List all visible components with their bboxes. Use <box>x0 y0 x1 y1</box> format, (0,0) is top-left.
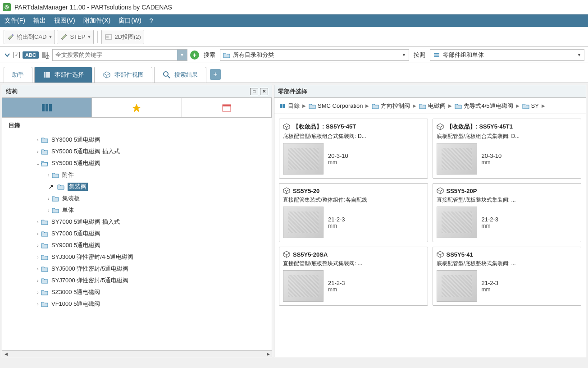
part-card[interactable]: 【收敛品】: SS5Y5-45T底板配管型/底板组合式集装阀: D...20-3… <box>279 119 428 179</box>
chevron-right-icon[interactable]: › <box>46 196 52 201</box>
panel-close-icon[interactable]: ✕ <box>260 88 268 95</box>
card-unit: mm <box>328 286 345 293</box>
export-step-button[interactable]: STEP ▼ <box>57 30 94 44</box>
star-icon <box>131 103 142 113</box>
tree-item[interactable]: ⌄SY5000 5通电磁阀 <box>2 157 268 169</box>
card-date: 21-2-3 <box>328 216 345 223</box>
subtab-history[interactable] <box>182 98 272 117</box>
tree-item[interactable]: ›附件 <box>2 169 268 181</box>
menu-help[interactable]: ? <box>150 17 153 24</box>
tree-item[interactable]: ↖集装阀 <box>2 181 268 193</box>
tree-item[interactable]: ›SY9000 5通电磁阀 <box>2 239 268 251</box>
chevron-right-icon[interactable]: › <box>46 173 52 178</box>
chevron-right-icon[interactable]: › <box>35 220 41 225</box>
folder-icon <box>309 103 316 109</box>
tree-item[interactable]: ›VF1000 5通电磁阀 <box>2 298 268 310</box>
menu-file[interactable]: 文件(F) <box>5 17 25 25</box>
breadcrumb-item[interactable]: SMC Corporation <box>307 102 365 109</box>
chevron-right-icon[interactable]: › <box>35 243 41 248</box>
chevron-right-icon[interactable]: › <box>35 278 41 283</box>
part-thumbnail <box>283 143 324 175</box>
search-dropdown-icon[interactable]: ▼ <box>177 50 187 60</box>
svg-point-15 <box>164 72 168 76</box>
tree-item[interactable]: ›SZ3000 5通电磁阀 <box>2 286 268 298</box>
chevron-right-icon[interactable]: › <box>35 138 41 143</box>
chevron-right-icon[interactable]: › <box>35 267 41 271</box>
fulltext-search-input[interactable]: ▼ <box>52 49 187 61</box>
caret-down-icon: ▼ <box>399 53 406 57</box>
folder-icon <box>522 103 529 109</box>
tab-part-select[interactable]: 零部件选择 <box>34 67 92 83</box>
card-unit: mm <box>328 159 348 166</box>
svg-rect-21 <box>223 105 231 106</box>
subtab-catalogs[interactable] <box>2 98 92 117</box>
svg-rect-18 <box>46 104 48 111</box>
catalog-tree[interactable]: ›SY3000 5通电磁阀›SY5000 5通电磁阀 插入式⌄SY5000 5通… <box>2 133 272 350</box>
panel-maximize-icon[interactable]: □ <box>250 88 258 95</box>
chevron-right-icon[interactable]: › <box>35 302 41 307</box>
tab-search-results[interactable]: 搜索结果 <box>154 67 206 83</box>
tab-add-button[interactable]: + <box>210 69 221 80</box>
export-to-cad-button[interactable]: 输出到CAD ▼ <box>4 30 55 44</box>
chevron-right-icon[interactable]: › <box>35 255 41 260</box>
chevron-down-icon[interactable]: ⌄ <box>35 161 41 166</box>
expand-search-icon[interactable] <box>4 51 11 59</box>
abc-button[interactable]: ABC <box>23 51 39 59</box>
part-card[interactable]: SS5Y5-20直接配管集装式/整体组件:各自配线21-2-3mm <box>279 183 428 242</box>
tree-item[interactable]: ›单体 <box>2 204 268 216</box>
cube-icon <box>283 251 290 258</box>
search-by-dropdown[interactable]: 零部件组和单体 ▼ <box>430 49 584 61</box>
folder-icon <box>41 137 49 143</box>
tree-item[interactable]: ›SYJ5000 弹性密封/5通电磁阀 <box>2 263 268 275</box>
2d-projection-button[interactable]: 2D投图(2) <box>101 30 144 44</box>
horizontal-scrollbar[interactable]: ◀ ▶ <box>2 350 272 357</box>
scroll-left-icon[interactable]: ◀ <box>2 351 9 357</box>
tree-item[interactable]: ›SY7000 5通电磁阀 <box>2 228 268 239</box>
tab-assistant[interactable]: 助手 <box>4 67 32 83</box>
svg-rect-19 <box>49 104 52 111</box>
tree-item[interactable]: ›SYJ7000 弹性密封/5通电磁阀 <box>2 275 268 286</box>
part-card[interactable]: SS5Y5-20P直接配管型/底板整块式集装阀: ...21-2-3mm <box>433 183 582 242</box>
cube-icon <box>437 251 444 258</box>
add-search-icon[interactable]: + <box>190 51 199 60</box>
menu-view[interactable]: 视图(V) <box>54 17 75 25</box>
chevron-right-icon[interactable]: › <box>46 208 52 213</box>
svg-point-0 <box>12 34 14 36</box>
breadcrumb-item[interactable]: 目錄 <box>277 102 301 110</box>
chevron-right-icon[interactable]: › <box>35 290 41 295</box>
chevron-right-icon: ▶ <box>302 103 306 108</box>
menu-output[interactable]: 输出 <box>33 17 46 25</box>
breadcrumb-item[interactable]: 方向控制阀 <box>370 102 412 110</box>
menu-addons[interactable]: 附加件(X) <box>83 17 111 25</box>
menu-window[interactable]: 窗口(W) <box>119 17 141 25</box>
tree-item[interactable]: ›SY5000 5通电磁阀 插入式 <box>2 146 268 157</box>
barcode-icon[interactable] <box>41 51 50 59</box>
card-date: 21-2-3 <box>328 280 345 286</box>
breadcrumb-item[interactable]: 先导式4/5通电磁阀 <box>453 102 515 110</box>
folder-icon <box>52 195 60 202</box>
breadcrumb-item[interactable]: SY <box>520 102 541 109</box>
part-card[interactable]: 【收敛品】: SS5Y5-45T1底板配管型/底板组合式集装阀: D...20-… <box>433 119 582 179</box>
tree-item[interactable]: ›SY7000 5通电磁阀 插入式 <box>2 216 268 228</box>
tree-item[interactable]: ›SY3000 5通电磁阀 <box>2 134 268 146</box>
tree-item[interactable]: ›SYJ3000 弹性密封/4·5通电磁阀 <box>2 251 268 263</box>
card-unit: mm <box>482 286 499 293</box>
fulltext-search-field[interactable] <box>53 51 177 58</box>
breadcrumb-item[interactable]: 电磁阀 <box>417 102 447 110</box>
tree-item-label: SYJ5000 弹性密封/5通电磁阀 <box>51 265 128 273</box>
scroll-right-icon[interactable]: ▶ <box>264 351 272 357</box>
structure-panel: 结构 □ ✕ 目錄 ›SY3000 5通电磁阀›SY500 <box>2 85 272 357</box>
tree-item-label: SY9000 5通电磁阀 <box>51 241 100 249</box>
subtab-favorites[interactable] <box>92 98 182 117</box>
chevron-right-icon: ▶ <box>542 103 545 108</box>
tab-part-view[interactable]: 零部件视图 <box>94 67 152 83</box>
tree-item[interactable]: ›集装板 <box>2 193 268 204</box>
search-enable-checkbox[interactable]: ✓ <box>14 52 20 58</box>
search-label: 搜索 <box>204 51 215 59</box>
part-card[interactable]: SS5Y5-20SA直接配管型/底板整块式集装阀: ...21-2-3mm <box>279 247 428 306</box>
part-card[interactable]: SS5Y5-41底板配管型/底板整块式集装阀: ...21-2-3mm <box>433 247 582 306</box>
main-tabs: 助手 零部件选择 零部件视图 搜索结果 + <box>0 63 588 83</box>
chevron-right-icon[interactable]: › <box>35 231 41 236</box>
search-scope-dropdown[interactable]: 所有目录和分类 ▼ <box>220 49 409 61</box>
chevron-right-icon[interactable]: › <box>35 149 41 154</box>
